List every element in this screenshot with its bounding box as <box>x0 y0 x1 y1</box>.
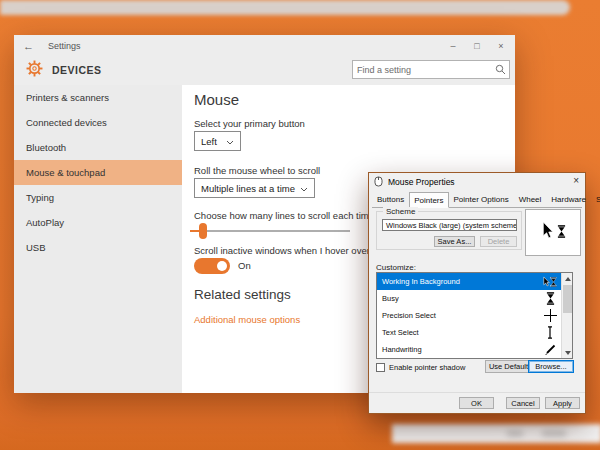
dialog-titlebar[interactable]: Mouse Properties × <box>369 173 585 191</box>
sidebar-item-typing[interactable]: Typing <box>14 185 182 210</box>
page-title: DEVICES <box>52 64 102 76</box>
sidebar-item-printers-scanners[interactable]: Printers & scanners <box>14 85 182 110</box>
list-item-label: Working In Background <box>382 277 542 286</box>
tab-setpoint-settings[interactable]: SetPoint Settings <box>591 192 600 207</box>
search-box[interactable] <box>352 60 510 79</box>
delete-button: Delete <box>480 236 517 247</box>
primary-button-label: Select your primary button <box>194 118 305 129</box>
pointer-list[interactable]: Working In Background Busy Precision Sel… <box>376 272 573 359</box>
blurred-mark <box>507 431 523 436</box>
arrow-cursor-icon <box>541 221 554 244</box>
additional-mouse-options-link[interactable]: Additional mouse options <box>194 314 300 325</box>
hourglass-cursor-icon <box>542 292 558 305</box>
maximize-button[interactable]: □ <box>465 35 489 57</box>
scheme-group-label: Scheme <box>383 207 418 216</box>
ok-button[interactable]: OK <box>459 397 494 409</box>
related-settings-heading: Related settings <box>194 287 291 302</box>
list-item-text-select[interactable]: Text Select <box>377 324 561 341</box>
back-icon[interactable]: ← <box>23 40 34 52</box>
close-button[interactable]: × <box>489 35 513 57</box>
list-item-label: Text Select <box>382 328 542 337</box>
sidebar-item-mouse-touchpad[interactable]: Mouse & touchpad <box>14 160 182 185</box>
settings-sidebar: Printers & scanners Connected devices Bl… <box>14 85 182 393</box>
pen-cursor-icon <box>542 344 558 356</box>
scrollbar-thumb[interactable] <box>563 285 572 313</box>
enable-pointer-shadow-checkbox[interactable] <box>376 363 385 372</box>
toggle-state-label: On <box>238 260 251 271</box>
wheel-value: Multiple lines at a time <box>201 183 295 194</box>
customize-label: Customize: <box>376 263 416 272</box>
tab-pointer-options[interactable]: Pointer Options <box>449 192 514 207</box>
list-item-precision-select[interactable]: Precision Select <box>377 307 561 324</box>
mouse-icon <box>374 173 383 191</box>
tab-hardware[interactable]: Hardware <box>546 192 591 207</box>
settings-window-title: Settings <box>48 41 81 51</box>
tab-wheel[interactable]: Wheel <box>514 192 547 207</box>
blurred-background-bar-bottom <box>392 424 600 443</box>
save-as-button[interactable]: Save As... <box>434 236 475 247</box>
sidebar-item-connected-devices[interactable]: Connected devices <box>14 110 182 135</box>
list-item-label: Precision Select <box>382 311 542 320</box>
primary-button-dropdown[interactable]: Left <box>194 131 241 151</box>
dialog-close-icon[interactable]: × <box>573 175 579 186</box>
blurred-background-bar-top <box>0 0 570 15</box>
crosshair-cursor-icon <box>542 309 558 322</box>
pointer-preview <box>525 209 581 256</box>
gear-icon <box>26 60 43 77</box>
sidebar-item-bluetooth[interactable]: Bluetooth <box>14 135 182 160</box>
hourglass-icon <box>557 224 566 242</box>
minimize-button[interactable]: – <box>441 35 465 57</box>
window-controls: – □ × <box>441 35 513 57</box>
arrow-hourglass-cursor-icon <box>542 275 558 289</box>
browse-button[interactable]: Browse... <box>528 360 574 373</box>
tab-buttons[interactable]: Buttons <box>372 192 409 207</box>
settings-titlebar[interactable]: ← Settings – □ × <box>14 35 515 57</box>
dialog-title: Mouse Properties <box>388 177 455 187</box>
search-input[interactable] <box>353 65 495 75</box>
enable-pointer-shadow-label: Enable pointer shadow <box>389 363 465 372</box>
list-item-busy[interactable]: Busy <box>377 290 561 307</box>
footer-divider <box>369 392 585 393</box>
primary-button-value: Left <box>201 136 217 147</box>
blurred-mark <box>542 431 566 436</box>
apply-button[interactable]: Apply <box>545 397 580 409</box>
inactive-windows-label: Scroll inactive windows when I hover ove… <box>194 245 394 256</box>
scheme-groupbox: Scheme Windows Black (large) (system sch… <box>376 211 522 250</box>
dialog-tabs: Buttons Pointers Pointer Options Wheel H… <box>372 192 582 208</box>
search-icon[interactable] <box>495 61 509 79</box>
slider-track[interactable] <box>190 230 350 232</box>
scroll-lines-slider[interactable] <box>190 223 350 239</box>
use-default-button[interactable]: Use Default <box>485 360 532 373</box>
chevron-down-icon <box>300 183 308 194</box>
scroll-lines-label: Choose how many lines to scroll each tim… <box>194 210 374 221</box>
list-item-handwriting[interactable]: Handwriting <box>377 341 561 358</box>
wheel-label: Roll the mouse wheel to scroll <box>194 165 320 176</box>
list-scrollbar[interactable] <box>561 273 572 358</box>
sidebar-item-usb[interactable]: USB <box>14 235 182 260</box>
scheme-dropdown[interactable]: Windows Black (large) (system scheme) <box>382 219 517 231</box>
tab-pointers[interactable]: Pointers <box>409 192 448 208</box>
ibeam-cursor-icon <box>542 326 558 339</box>
sidebar-item-autoplay[interactable]: AutoPlay <box>14 210 182 235</box>
lines-slider-handle[interactable] <box>199 223 207 239</box>
scroll-up-icon[interactable] <box>562 273 573 284</box>
toggle-knob <box>217 261 227 271</box>
list-item-working-in-background[interactable]: Working In Background <box>377 273 561 290</box>
list-item-label: Handwriting <box>382 345 542 354</box>
chevron-down-icon <box>226 136 234 147</box>
mouse-properties-dialog: Mouse Properties × Buttons Pointers Poin… <box>368 172 586 414</box>
wheel-dropdown[interactable]: Multiple lines at a time <box>194 178 315 198</box>
scheme-value: Windows Black (large) (system scheme) <box>386 221 517 230</box>
scroll-down-icon[interactable] <box>562 347 573 358</box>
section-heading: Mouse <box>194 91 239 108</box>
cancel-button[interactable]: Cancel <box>506 397 540 409</box>
inactive-windows-toggle[interactable] <box>194 258 230 274</box>
list-item-label: Busy <box>382 294 542 303</box>
